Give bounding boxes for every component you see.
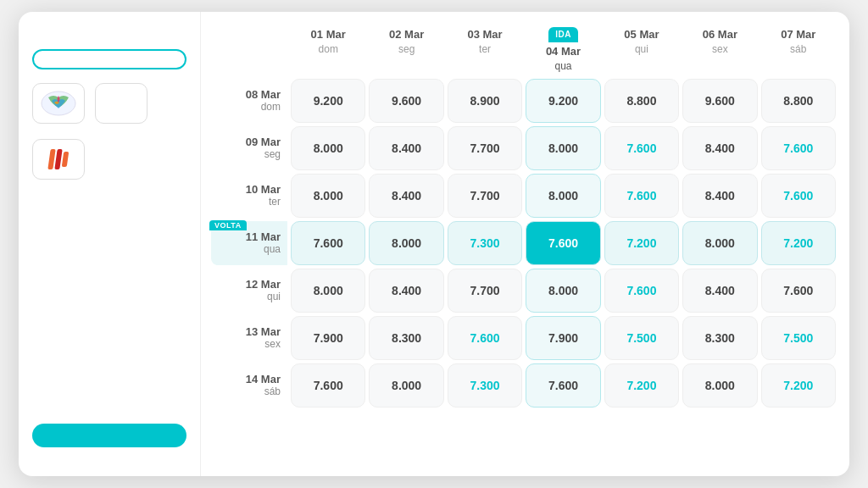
row-header-1: 09 Mar seg [211,126,287,170]
price-cell[interactable]: 7.900 [526,316,600,360]
row-day: qua [264,243,281,255]
price-cell[interactable]: 8.400 [369,174,443,218]
header-col-4: 05 Marqui [604,25,679,75]
header-col-3: IDA04 Marqua [526,25,600,75]
price-cell[interactable]: 8.300 [369,316,443,360]
data-row: 13 Mar sex7.9008.3007.6007.9007.5008.300… [211,316,836,360]
price-cell[interactable]: 7.700 [448,126,522,170]
row-date: 13 Mar [246,325,281,338]
price-cell[interactable]: 8.000 [291,126,365,170]
price-cell[interactable]: 7.300 [448,221,522,265]
price-cell[interactable]: 7.200 [761,221,836,265]
price-cell[interactable]: 8.400 [369,126,443,170]
price-cell[interactable]: 7.200 [604,363,679,408]
todos-button[interactable] [32,49,186,69]
azul-logo-icon [40,89,77,118]
price-cell[interactable]: 8.000 [369,363,443,408]
header-col-0: 01 Mardom [291,25,365,75]
price-cell[interactable]: 8.400 [682,126,757,170]
row-day: qui [267,291,281,302]
price-cell[interactable]: 7.300 [448,363,522,408]
price-cell[interactable]: 7.600 [291,363,365,408]
row-date: 14 Mar [246,373,281,385]
price-cell[interactable]: 8.900 [448,79,522,123]
latam-logo-button[interactable] [32,139,85,180]
gol-logo-button[interactable] [95,83,147,124]
price-cell[interactable]: 8.000 [291,269,365,313]
ida-badge: IDA [548,27,578,42]
price-cell[interactable]: 8.000 [682,221,757,265]
price-cell[interactable]: 7.600 [526,363,600,408]
volta-badge: VOLTA [209,220,247,230]
price-cell[interactable]: 8.400 [682,174,757,218]
price-cell[interactable]: 8.000 [291,174,365,218]
ver-voos-button[interactable] [32,424,186,447]
data-row: 08 Mar dom9.2009.6008.9009.2008.8009.600… [211,79,836,123]
row-header-3: VOLTA11 Mar qua [211,221,287,265]
row-header-4: 12 Mar qui [211,269,287,313]
data-row: VOLTA11 Mar qua7.6008.0007.3007.6007.200… [211,221,836,265]
row-date: 08 Mar [246,88,281,101]
price-cell[interactable]: 8.300 [682,316,757,360]
price-cell[interactable]: 7.700 [448,269,522,313]
header-col-6: 07 Marsáb [761,25,836,75]
price-cell[interactable]: 7.500 [761,316,836,360]
latam-logo-icon [49,149,68,169]
header-col-1: 02 Marseg [369,25,443,75]
data-row: 12 Mar qui8.0008.4007.7008.0007.6008.400… [211,269,836,313]
row-date: 11 Mar [246,230,281,243]
price-cell[interactable]: 7.600 [291,221,365,265]
price-cell[interactable]: 7.500 [604,316,679,360]
price-cell[interactable]: 7.600 [604,126,679,170]
price-cell[interactable]: 7.600 [761,174,836,218]
price-cell[interactable]: 7.600 [604,174,679,218]
header-row: 01 Mardom02 Marseg03 MarterIDA04 Marqua0… [211,25,836,75]
header-empty-cell [211,25,287,75]
price-cell[interactable]: 7.600 [761,269,836,313]
price-cell[interactable]: 7.200 [604,221,679,265]
tab-row [32,29,186,34]
price-cell[interactable]: 8.400 [682,269,757,313]
row-header-5: 13 Mar sex [211,316,287,360]
row-day: seg [264,148,281,160]
price-cell[interactable]: 7.900 [291,316,365,360]
price-cell[interactable]: 7.600 [448,316,522,360]
price-cell[interactable]: 8.000 [682,363,757,408]
price-cell[interactable]: 7.600 [526,221,600,265]
data-row: 14 Mar sáb7.6008.0007.3007.6007.2008.000… [211,363,836,408]
price-cell[interactable]: 7.600 [604,269,679,313]
row-date: 09 Mar [246,136,281,148]
airline-logos-row [32,83,186,124]
azul-logo-button[interactable] [32,83,85,124]
row-day: dom [261,101,281,113]
sidebar [19,12,201,476]
row-day: ter [269,196,281,208]
price-cell[interactable]: 8.000 [526,269,600,313]
row-header-6: 14 Mar sáb [211,363,287,408]
row-date: 12 Mar [246,278,281,291]
row-day: sáb [264,385,281,397]
header-col-5: 06 Marsex [682,25,757,75]
row-header-0: 08 Mar dom [211,79,287,123]
price-cell[interactable]: 9.600 [369,79,443,123]
price-cell[interactable]: 9.200 [291,79,365,123]
price-cell[interactable]: 8.000 [369,221,443,265]
price-cell[interactable]: 8.400 [369,269,443,313]
row-header-2: 10 Mar ter [211,174,287,218]
header-col-2: 03 Marter [448,25,522,75]
modal: 01 Mardom02 Marseg03 MarterIDA04 Marqua0… [19,12,849,476]
price-cell[interactable]: 7.600 [761,126,836,170]
row-date: 10 Mar [246,183,281,196]
price-cell[interactable]: 8.000 [526,174,600,218]
price-cell[interactable]: 8.000 [526,126,600,170]
price-cell[interactable]: 9.200 [526,79,600,123]
row-day: sex [264,338,281,350]
price-cell[interactable]: 9.600 [682,79,757,123]
data-row: 10 Mar ter8.0008.4007.7008.0007.6008.400… [211,174,836,218]
data-row: 09 Mar seg8.0008.4007.7008.0007.6008.400… [211,126,836,170]
price-cell[interactable]: 7.200 [761,363,836,408]
price-cell[interactable]: 8.800 [604,79,679,123]
price-grid: 01 Mardom02 Marseg03 MarterIDA04 Marqua0… [211,25,836,411]
price-cell[interactable]: 7.700 [448,174,522,218]
price-cell[interactable]: 8.800 [761,79,836,123]
